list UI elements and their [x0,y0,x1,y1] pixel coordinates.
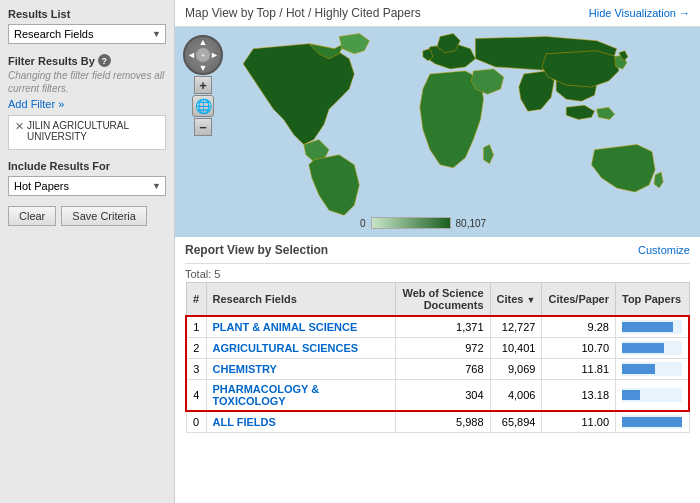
row-bar [616,411,690,433]
col-top-papers: Top Papers [616,283,690,317]
row-bar [616,380,690,412]
map-header: Map View by Top / Hot / Highly Cited Pap… [175,0,700,27]
world-map-svg [223,27,700,237]
row-wos: 972 [396,338,490,359]
table-row: 3 CHEMISTRY 768 9,069 11.81 [186,359,689,380]
row-cites-paper: 11.00 [542,411,616,433]
col-wos: Web of ScienceDocuments [396,283,490,317]
results-list-dropdown[interactable]: Research Fields [8,24,166,44]
row-cites-paper: 10.70 [542,338,616,359]
filter-section: Filter Results By ? Changing the filter … [8,54,166,150]
row-cites: 65,894 [490,411,542,433]
include-section: Include Results For Hot Papers [8,160,166,196]
map-title: Map View by Top / Hot / Highly Cited Pap… [185,6,421,20]
row-field: AGRICULTURAL SCIENCES [206,338,396,359]
main-content: Map View by Top / Hot / Highly Cited Pap… [175,0,700,503]
row-index: 1 [186,316,206,338]
row-cites: 4,006 [490,380,542,412]
map-controls: ▲ ▼ ◄ ► + + 🌐 − [183,35,223,136]
all-fields-link[interactable]: ALL FIELDS [213,416,276,428]
all-fields-row: 0 ALL FIELDS 5,988 65,894 11.00 [186,411,689,433]
save-criteria-button[interactable]: Save Criteria [61,206,147,226]
active-filter-tag: ✕ JILIN AGRICULTURAL UNIVERSITY [8,115,166,150]
row-bar [616,338,690,359]
row-index: 4 [186,380,206,412]
filter-label: Filter Results By ? [8,54,166,67]
globe-btn[interactable]: 🌐 [192,95,214,117]
map-legend: 0 80,107 [360,217,486,229]
row-cites: 9,069 [490,359,542,380]
zoom-out-btn[interactable]: − [194,118,212,136]
sidebar: Results List Research Fields Filter Resu… [0,0,175,503]
col-num: # [186,283,206,317]
add-filter-link[interactable]: Add Filter » [8,98,64,110]
row-field: CHEMISTRY [206,359,396,380]
field-link[interactable]: PLANT & ANIMAL SCIENCE [213,321,358,333]
map-area: ▲ ▼ ◄ ► + + 🌐 − 0 80,107 [175,27,700,237]
total-count: 5 [214,268,220,280]
clear-button[interactable]: Clear [8,206,56,226]
hide-visualization-btn[interactable]: Hide Visualization [589,7,690,19]
navigation-pad[interactable]: ▲ ▼ ◄ ► + [183,35,223,75]
table-header-row: # Research Fields Web of ScienceDocument… [186,283,689,317]
row-cites-paper: 9.28 [542,316,616,338]
row-cites-paper: 13.18 [542,380,616,412]
field-link[interactable]: CHEMISTRY [213,363,277,375]
table-total: Total: 5 [185,268,690,280]
field-link[interactable]: PHARMACOLOGY & TOXICOLOGY [213,383,320,407]
remove-filter-btn[interactable]: ✕ [15,120,24,145]
report-header: Report View by Selection Customize [185,237,690,264]
table-row: 1 PLANT & ANIMAL SCIENCE 1,371 12,727 9.… [186,316,689,338]
legend-max: 80,107 [456,218,487,229]
table-row: 4 PHARMACOLOGY & TOXICOLOGY 304 4,006 13… [186,380,689,412]
row-bar [616,359,690,380]
legend-min: 0 [360,218,366,229]
filter-note: Changing the filter field removes all cu… [8,69,166,95]
results-list-section: Results List Research Fields [8,8,166,44]
include-label: Include Results For [8,160,166,172]
row-wos: 304 [396,380,490,412]
filter-value: JILIN AGRICULTURAL UNIVERSITY [27,120,159,145]
row-wos: 768 [396,359,490,380]
row-wos: 5,988 [396,411,490,433]
row-index: 3 [186,359,206,380]
row-field: PLANT & ANIMAL SCIENCE [206,316,396,338]
field-link[interactable]: AGRICULTURAL SCIENCES [213,342,359,354]
zoom-in-btn[interactable]: + [194,76,212,94]
include-dropdown[interactable]: Hot Papers [8,176,166,196]
table-row: 2 AGRICULTURAL SCIENCES 972 10,401 10.70 [186,338,689,359]
report-section: Report View by Selection Customize Total… [175,237,700,503]
col-field: Research Fields [206,283,396,317]
row-bar [616,316,690,338]
row-field: PHARMACOLOGY & TOXICOLOGY [206,380,396,412]
row-field: ALL FIELDS [206,411,396,433]
data-table: # Research Fields Web of ScienceDocument… [185,282,690,433]
row-index: 0 [186,411,206,433]
row-cites: 10,401 [490,338,542,359]
help-icon[interactable]: ? [98,54,111,67]
results-list-label: Results List [8,8,166,20]
row-wos: 1,371 [396,316,490,338]
col-cites-paper: Cites/Paper [542,283,616,317]
row-cites: 12,727 [490,316,542,338]
legend-gradient-bar [371,217,451,229]
customize-button[interactable]: Customize [638,244,690,256]
report-title: Report View by Selection [185,243,328,257]
row-index: 2 [186,338,206,359]
col-cites[interactable]: Cites ▼ [490,283,542,317]
action-buttons: Clear Save Criteria [8,206,166,226]
row-cites-paper: 11.81 [542,359,616,380]
